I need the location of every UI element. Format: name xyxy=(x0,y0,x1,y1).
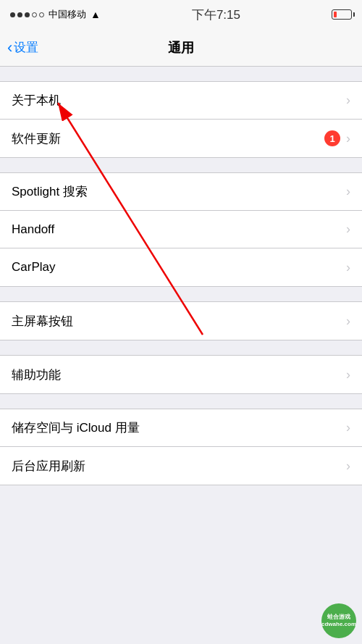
status-left: 中国移动 ▲ xyxy=(10,8,101,21)
background-refresh-right: › xyxy=(346,459,350,474)
spacer-top xyxy=(0,67,362,81)
icloud-storage-label: 储存空间与 iCloud 用量 xyxy=(12,419,346,436)
row-accessibility[interactable]: 辅助功能 › xyxy=(0,356,362,393)
spacer-3 xyxy=(0,340,362,355)
row-carplay[interactable]: CarPlay › xyxy=(0,248,362,286)
chevron-icon: › xyxy=(346,184,350,199)
watermark-line1: 蛙合游戏 xyxy=(327,614,350,621)
carrier-label: 中国移动 xyxy=(49,8,86,21)
nav-bar: ‹ 设置 通用 xyxy=(0,29,362,67)
carplay-label: CarPlay xyxy=(12,260,346,275)
row-spotlight[interactable]: Spotlight 搜索 › xyxy=(0,173,362,211)
carplay-right: › xyxy=(346,260,350,275)
spotlight-right: › xyxy=(346,184,350,199)
status-right xyxy=(332,9,352,20)
spacer-2 xyxy=(0,287,362,301)
watermark-badge: 蛙合游戏 cdwahe.com xyxy=(321,603,356,638)
chevron-icon: › xyxy=(346,260,350,275)
row-icloud-storage[interactable]: 储存空间与 iCloud 用量 › xyxy=(0,409,362,447)
software-update-right: 1 › xyxy=(324,130,350,146)
settings-group-1: 关于本机 › 软件更新 1 › xyxy=(0,81,362,158)
row-software-update[interactable]: 软件更新 1 › xyxy=(0,120,362,157)
status-bar: 中国移动 ▲ 下午7:15 xyxy=(0,0,362,29)
spacer-1 xyxy=(0,158,362,172)
wifi-icon: ▲ xyxy=(90,9,101,20)
spacer-4 xyxy=(0,394,362,409)
handoff-label: Handoff xyxy=(12,222,346,237)
settings-group-4: 辅助功能 › xyxy=(0,355,362,394)
status-time: 下午7:15 xyxy=(192,7,240,23)
chevron-icon: › xyxy=(346,367,350,382)
chevron-icon: › xyxy=(346,93,350,108)
back-label: 设置 xyxy=(14,39,38,56)
handoff-right: › xyxy=(346,222,350,237)
background-refresh-label: 后台应用刷新 xyxy=(12,458,346,474)
settings-group-5: 储存空间与 iCloud 用量 › 后台应用刷新 › xyxy=(0,409,362,485)
chevron-icon: › xyxy=(346,420,350,435)
row-handoff[interactable]: Handoff › xyxy=(0,211,362,248)
settings-group-2: Spotlight 搜索 › Handoff › CarPlay › xyxy=(0,172,362,287)
chevron-icon: › xyxy=(346,131,350,146)
accessibility-label: 辅助功能 xyxy=(12,367,346,383)
battery-icon xyxy=(332,9,352,20)
about-label: 关于本机 xyxy=(12,92,346,109)
signal-icon xyxy=(10,12,44,17)
watermark: 蛙合游戏 cdwahe.com xyxy=(321,603,356,638)
icloud-storage-right: › xyxy=(346,420,350,435)
page-title: 通用 xyxy=(168,39,194,57)
chevron-icon: › xyxy=(346,222,350,237)
row-home-button[interactable]: 主屏幕按钮 › xyxy=(0,302,362,340)
back-button[interactable]: ‹ 设置 xyxy=(7,39,38,56)
chevron-icon: › xyxy=(346,459,350,474)
settings-group-3: 主屏幕按钮 › xyxy=(0,301,362,340)
about-right: › xyxy=(346,93,350,108)
home-button-right: › xyxy=(346,314,350,329)
settings-content: 关于本机 › 软件更新 1 › Spotlight 搜索 › Handoff › xyxy=(0,67,362,485)
watermark-line2: cdwahe.com xyxy=(321,621,356,628)
row-background-refresh[interactable]: 后台应用刷新 › xyxy=(0,447,362,485)
home-button-label: 主屏幕按钮 xyxy=(12,313,346,330)
row-about[interactable]: 关于本机 › xyxy=(0,82,362,120)
spotlight-label: Spotlight 搜索 xyxy=(12,183,346,200)
update-badge: 1 xyxy=(324,130,340,146)
accessibility-right: › xyxy=(346,367,350,382)
software-update-label: 软件更新 xyxy=(12,130,324,147)
back-chevron-icon: ‹ xyxy=(7,40,12,56)
chevron-icon: › xyxy=(346,314,350,329)
